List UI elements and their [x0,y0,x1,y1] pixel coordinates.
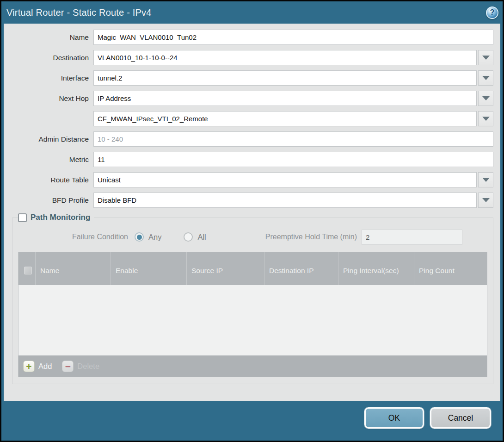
chevron-down-icon [482,198,490,202]
failure-condition-row: Failure Condition Any All Preemptive Hol… [18,229,487,245]
delete-button-label: Delete [77,362,99,371]
name-label: Name [12,33,93,42]
preemptive-hold-time-label: Preemptive Hold Time (min) [265,233,357,241]
form-row-route-table: Route Table [12,172,493,187]
help-icon-glyph: ? [490,9,495,16]
table-header: Name Enable Source IP Destination IP Pin… [18,252,487,285]
interface-label: Interface [12,74,93,82]
table-toolbar: + Add − Delete [18,355,487,377]
form-row-name: Name [12,30,493,45]
path-monitoring-section: Path Monitoring Failure Condition Any Al… [12,213,493,384]
cancel-button[interactable]: Cancel [430,407,491,429]
preemptive-hold-time-input[interactable] [362,230,462,245]
path-monitoring-title: Path Monitoring [31,213,90,222]
add-button[interactable]: + Add [23,361,52,372]
bfd-profile-dropdown-button[interactable] [478,193,493,208]
form-row-admin-distance: Admin Distance [12,131,493,147]
route-table-dropdown-button[interactable] [478,172,493,187]
radio-all-label: All [197,233,206,242]
form-row-next-hop: Next Hop [12,91,493,106]
next-hop-address-dropdown-button[interactable] [478,111,493,126]
path-monitoring-checkbox[interactable] [18,213,27,222]
admin-distance-label: Admin Distance [12,135,93,143]
column-header-ping-interval: Ping Interval(sec) [338,252,414,285]
next-hop-type-dropdown-button[interactable] [478,91,493,106]
dialog-titlebar: Virtual Router - Static Route - IPv4 ? [1,1,503,24]
chevron-down-icon [482,117,490,121]
radio-any-label: Any [148,233,161,242]
path-monitoring-legend: Path Monitoring [18,213,94,222]
chevron-down-icon [482,96,490,100]
interface-dropdown-button[interactable] [478,70,493,86]
column-header-enable: Enable [111,252,187,285]
form-row-metric: Metric [12,152,493,167]
column-header-name: Name [36,252,111,285]
next-hop-address-input[interactable] [93,111,477,126]
ok-button[interactable]: OK [364,407,424,429]
route-table-input[interactable] [93,172,477,187]
dialog-footer: OK Cancel [1,401,503,441]
path-monitoring-table: Name Enable Source IP Destination IP Pin… [18,252,487,377]
bfd-profile-input[interactable] [93,193,477,208]
radio-any[interactable] [135,232,144,242]
column-header-destination-ip: Destination IP [264,252,338,285]
destination-label: Destination [12,54,93,62]
select-all-checkbox[interactable] [24,267,32,274]
bfd-profile-label: BFD Profile [12,196,93,205]
static-route-dialog: Virtual Router - Static Route - IPv4 ? N… [0,0,504,442]
interface-input[interactable] [93,70,477,86]
admin-distance-input[interactable] [93,131,493,147]
destination-input[interactable] [93,50,477,65]
column-header-ping-count: Ping Count [414,252,487,285]
dialog-content: Name Destination Interface [4,24,500,401]
form-row-destination: Destination [12,50,493,65]
minus-icon: − [62,361,74,372]
name-input[interactable] [93,30,493,45]
destination-dropdown-button[interactable] [478,50,493,65]
dialog-title: Virtual Router - Static Route - IPv4 [6,7,486,18]
chevron-down-icon [482,76,490,80]
column-header-source-ip: Source IP [187,252,264,285]
table-body-empty [18,285,487,355]
add-button-label: Add [38,362,52,371]
delete-button[interactable]: − Delete [62,361,99,372]
form-row-next-hop-address [12,111,493,126]
plus-icon: + [23,361,35,372]
route-table-label: Route Table [12,176,93,184]
metric-input[interactable] [93,152,493,167]
next-hop-type-input[interactable] [93,91,477,106]
form-row-interface: Interface [12,70,493,86]
metric-label: Metric [12,156,93,164]
help-icon[interactable]: ? [486,6,498,19]
failure-condition-label: Failure Condition [18,233,135,241]
chevron-down-icon [482,56,490,60]
table-header-checkbox-cell [18,252,36,285]
form-row-bfd-profile: BFD Profile [12,193,493,208]
next-hop-label: Next Hop [12,94,93,103]
chevron-down-icon [482,178,490,182]
radio-all[interactable] [184,232,193,242]
